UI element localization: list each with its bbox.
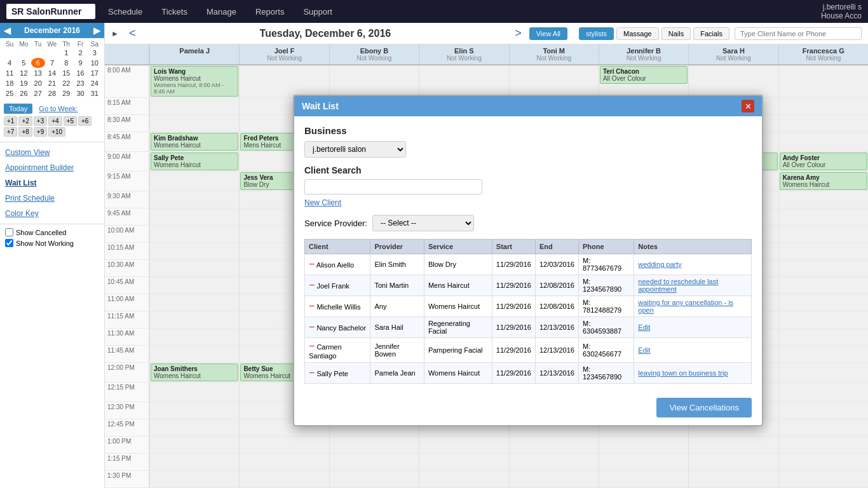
filter-tab-nails[interactable]: Nails <box>661 27 691 40</box>
cal-day-18[interactable]: 18 <box>3 78 17 88</box>
appt-cell[interactable] <box>419 454 508 470</box>
appt-cell[interactable] <box>778 65 868 97</box>
appointment-block[interactable]: Kim BradshawWomens Haircut <box>151 133 238 151</box>
cal-day-23[interactable]: 23 <box>73 78 87 88</box>
remove-icon[interactable]: − <box>309 322 315 332</box>
modal-close-button[interactable]: ✕ <box>742 100 754 112</box>
remove-icon[interactable]: − <box>309 301 315 311</box>
appt-cell[interactable] <box>149 115 239 132</box>
appointment-block[interactable]: Sally PeteWomens Haircut <box>151 152 238 170</box>
week-offset-3[interactable]: +3 <box>34 116 47 126</box>
appt-cell[interactable] <box>778 471 868 487</box>
appt-cell[interactable] <box>149 346 239 362</box>
appt-cell[interactable] <box>149 226 239 242</box>
appt-cell[interactable] <box>599 454 688 470</box>
appt-cell[interactable] <box>599 471 688 487</box>
appt-cell[interactable] <box>778 311 868 328</box>
appt-cell[interactable] <box>778 419 868 436</box>
cal-day-17[interactable]: 17 <box>88 68 102 78</box>
appt-cell[interactable] <box>329 65 419 97</box>
cal-day-31[interactable]: 31 <box>88 88 102 98</box>
cal-day-19[interactable]: 19 <box>17 78 31 88</box>
notes-link[interactable]: leaving town on business trip <box>638 369 728 377</box>
appt-cell[interactable] <box>149 98 239 114</box>
appt-cell[interactable] <box>778 243 868 259</box>
appt-cell[interactable] <box>239 65 329 97</box>
appt-cell[interactable] <box>239 437 329 453</box>
appt-cell[interactable] <box>329 454 419 470</box>
appt-cell[interactable] <box>778 132 868 151</box>
appt-cell[interactable] <box>419 65 508 97</box>
cal-day-24[interactable]: 24 <box>88 78 102 88</box>
show-not-working-checkbox[interactable] <box>5 239 13 247</box>
appointment-block[interactable]: Lois WangWomens HaircutWomens Haircut, 8… <box>151 66 238 97</box>
cal-day-13[interactable]: 13 <box>31 68 45 78</box>
cal-day-12[interactable]: 12 <box>17 68 31 78</box>
appt-cell[interactable] <box>509 471 599 487</box>
appt-cell[interactable] <box>149 260 239 276</box>
sidebar-item-print-schedule[interactable]: Print Schedule <box>0 191 104 206</box>
wl-cell-remove[interactable]: − Joel Frank <box>305 275 370 296</box>
week-offset-7[interactable]: +7 <box>4 127 17 137</box>
appt-cell[interactable] <box>329 471 419 487</box>
next-day-arrow[interactable]: > <box>512 27 524 40</box>
prev-day-arrow[interactable]: < <box>126 27 139 40</box>
notes-link[interactable]: waiting for any cancellation - is open <box>638 299 733 314</box>
week-offset-10[interactable]: +10 <box>48 127 65 137</box>
appt-cell[interactable] <box>149 191 239 208</box>
wl-cell-remove[interactable]: − Sally Pete <box>305 363 370 384</box>
appt-cell[interactable]: Kim BradshawWomens Haircut <box>149 132 239 151</box>
cal-day-7[interactable]: 7 <box>45 58 59 68</box>
appt-cell[interactable] <box>509 454 599 470</box>
appt-cell[interactable]: Andy FosterAll Over Colour <box>778 152 868 171</box>
notes-link[interactable]: needed to reschedule last appointment <box>638 278 718 293</box>
appt-cell[interactable] <box>149 172 239 191</box>
appt-cell[interactable] <box>688 437 778 453</box>
cal-day-10[interactable]: 10 <box>88 58 102 68</box>
appt-cell[interactable] <box>329 437 419 453</box>
cal-day-8[interactable]: 8 <box>59 58 73 68</box>
appt-cell[interactable]: Joan SmithersWomens Haircut <box>149 363 239 382</box>
remove-icon[interactable]: − <box>309 280 315 290</box>
nav-schedule[interactable]: Schedule <box>108 7 142 17</box>
wl-cell-remove[interactable]: − Alison Aiello <box>305 254 370 275</box>
cal-day-2[interactable]: 2 <box>73 48 87 58</box>
appt-cell[interactable] <box>688 454 778 470</box>
cal-day-20[interactable]: 20 <box>31 78 45 88</box>
cal-day-5[interactable]: 5 <box>17 58 31 68</box>
appt-cell[interactable] <box>149 402 239 419</box>
appt-cell[interactable] <box>509 437 599 453</box>
provider-select[interactable]: -- Select -- <box>372 215 474 231</box>
cal-day-25[interactable]: 25 <box>3 88 17 98</box>
logo[interactable]: SR SalonRunner <box>6 4 95 19</box>
view-tab-all[interactable]: View All <box>529 27 567 40</box>
nav-manage[interactable]: Manage <box>207 7 236 17</box>
wl-cell-remove[interactable]: − Nancy Bachelor <box>305 317 370 338</box>
appt-cell[interactable] <box>149 208 239 225</box>
appt-cell[interactable] <box>149 419 239 436</box>
week-offset-2[interactable]: +2 <box>18 116 32 126</box>
appt-cell[interactable] <box>149 383 239 402</box>
cal-day-4[interactable]: 4 <box>3 58 17 68</box>
remove-icon[interactable]: − <box>309 259 315 269</box>
appt-cell[interactable] <box>149 294 239 311</box>
week-offset-8[interactable]: +8 <box>18 127 32 137</box>
remove-icon[interactable]: − <box>309 367 315 378</box>
appointment-block[interactable]: Joan SmithersWomens Haircut <box>151 363 238 381</box>
appt-cell[interactable] <box>149 243 239 259</box>
cal-day-6[interactable]: 6 <box>31 58 45 68</box>
remove-icon[interactable]: − <box>309 341 315 351</box>
view-cancellations-button[interactable]: View Cancellations <box>656 398 752 417</box>
cal-day-11[interactable]: 11 <box>3 68 17 78</box>
client-search-field[interactable] <box>304 179 482 194</box>
cal-day-1[interactable]: 1 <box>59 48 73 58</box>
appt-cell[interactable] <box>239 471 329 487</box>
appt-cell[interactable] <box>419 437 508 453</box>
notes-link[interactable]: wedding party <box>638 261 682 268</box>
client-search-input[interactable] <box>735 27 862 40</box>
expand-icon[interactable]: ► <box>111 29 121 38</box>
week-offset-6[interactable]: +6 <box>78 116 92 126</box>
appt-cell[interactable] <box>509 65 599 97</box>
today-button[interactable]: Today <box>4 104 32 114</box>
appointment-block[interactable]: Andy FosterAll Over Colour <box>780 152 867 170</box>
